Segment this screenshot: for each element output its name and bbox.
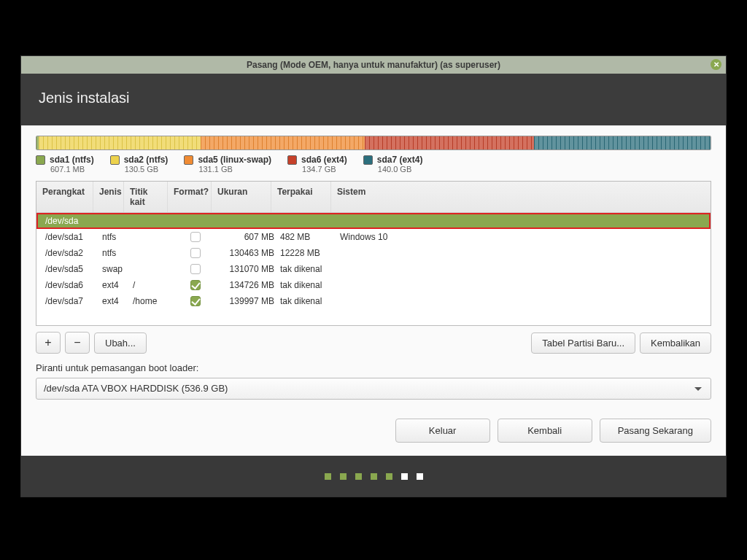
legend-size: 607.1 MB <box>50 165 94 174</box>
col-format[interactable]: Format? <box>168 182 212 212</box>
col-system[interactable]: Sistem <box>331 182 711 212</box>
revert-button[interactable]: Kembalikan <box>640 332 711 354</box>
legend-swatch <box>36 155 45 165</box>
format-checkbox[interactable] <box>190 232 201 242</box>
bootloader-device-dropdown[interactable]: /dev/sda ATA VBOX HARDDISK (536.9 GB) <box>36 378 711 400</box>
change-partition-button[interactable]: Ubah... <box>94 332 147 354</box>
progress-dot <box>355 473 362 480</box>
cell-used: tak dikenal <box>277 264 337 274</box>
cell-device: /dev/sda1 <box>42 232 99 242</box>
cell-type: swap <box>99 264 130 274</box>
progress-indicator <box>21 456 726 497</box>
legend-label: sda5 (linux-swap) <box>198 155 271 165</box>
usage-segment-sda2 <box>39 136 201 149</box>
table-row[interactable]: /dev/sda1ntfs607 MB482 MBWindows 10 <box>36 229 711 245</box>
col-used[interactable]: Terpakai <box>271 182 331 212</box>
legend-label: sda7 (ext4) <box>377 155 423 165</box>
window-titlebar[interactable]: Pasang (Mode OEM, hanya untuk manufaktur… <box>21 56 726 74</box>
usage-segment-sda7 <box>534 136 711 149</box>
table-body[interactable]: /dev/sda/dev/sda1ntfs607 MB482 MBWindows… <box>36 213 711 325</box>
legend-size: 134.7 GB <box>302 165 347 174</box>
cell-format <box>174 232 217 243</box>
cell-device: /dev/sda2 <box>42 248 99 258</box>
format-checkbox[interactable] <box>190 296 201 306</box>
legend-size: 131.1 GB <box>198 165 271 174</box>
legend-size: 140.0 GB <box>378 165 423 174</box>
format-checkbox[interactable] <box>190 248 201 258</box>
cell-type: ext4 <box>99 296 130 306</box>
cell-size: 130463 MB <box>217 248 277 258</box>
legend-item-sda2: sda2 (ntfs)130.5 GB <box>110 155 169 174</box>
progress-dot <box>386 473 392 480</box>
col-device[interactable]: Perangkat <box>36 182 93 212</box>
cell-size: 607 MB <box>217 232 277 242</box>
cell-device: /dev/sda7 <box>42 296 99 306</box>
content-area: sda1 (ntfs)607.1 MBsda2 (ntfs)130.5 GBsd… <box>21 125 726 456</box>
usage-segment-sda6 <box>365 136 534 149</box>
partition-usage-bar <box>36 136 711 150</box>
remove-partition-button[interactable]: − <box>65 332 90 354</box>
legend-swatch <box>110 155 120 165</box>
cell-format <box>174 296 217 307</box>
usage-segment-sda5 <box>201 136 365 149</box>
cell-mount: /home <box>130 296 174 306</box>
cell-system: Windows 10 <box>337 232 705 242</box>
partition-legend: sda1 (ntfs)607.1 MBsda2 (ntfs)130.5 GBsd… <box>36 155 711 174</box>
progress-dot <box>325 473 331 480</box>
legend-label: sda1 (ntfs) <box>50 155 94 165</box>
table-row[interactable]: /dev/sda2ntfs130463 MB12228 MB <box>36 245 711 261</box>
format-checkbox[interactable] <box>190 264 201 274</box>
legend-label: sda2 (ntfs) <box>124 155 169 165</box>
table-row[interactable]: /dev/sda7ext4/home139997 MBtak dikenal <box>36 293 711 309</box>
legend-swatch <box>184 155 193 165</box>
legend-size: 130.5 GB <box>125 165 169 174</box>
cell-format <box>174 264 217 275</box>
bootloader-device-value: /dev/sda ATA VBOX HARDDISK (536.9 GB) <box>44 383 228 394</box>
install-button[interactable]: Pasang Sekarang <box>600 419 711 443</box>
cell-size: 131070 MB <box>217 264 277 274</box>
progress-dot <box>417 473 423 480</box>
cell-used: 12228 MB <box>277 248 337 258</box>
table-row[interactable]: /dev/sda5swap131070 MBtak dikenal <box>36 261 711 277</box>
progress-dot <box>371 473 377 480</box>
progress-dot <box>340 473 347 480</box>
cell-type: ntfs <box>99 248 130 258</box>
close-icon[interactable]: ✕ <box>711 59 721 70</box>
cell-size: 134726 MB <box>217 280 277 290</box>
cell-type: ntfs <box>99 232 130 242</box>
legend-item-sda5: sda5 (linux-swap)131.1 GB <box>184 155 271 174</box>
new-partition-table-button[interactable]: Tabel Partisi Baru... <box>531 332 635 354</box>
partition-table: Perangkat Jenis Titik kait Format? Ukura… <box>36 181 711 326</box>
quit-button[interactable]: Keluar <box>395 419 490 443</box>
cell-device: /dev/sda <box>42 216 99 226</box>
cell-device: /dev/sda5 <box>42 264 99 274</box>
partition-action-bar: + − Ubah... Tabel Partisi Baru... Kembal… <box>36 332 711 354</box>
table-row[interactable]: /dev/sda6ext4/134726 MBtak dikenal <box>36 277 711 293</box>
table-row[interactable]: /dev/sda <box>36 213 711 229</box>
back-button[interactable]: Kembali <box>498 419 592 443</box>
cell-device: /dev/sda6 <box>42 280 99 290</box>
window-title: Pasang (Mode OEM, hanya untuk manufaktur… <box>247 60 500 70</box>
legend-swatch <box>363 155 373 165</box>
cell-format <box>174 280 217 291</box>
legend-swatch <box>287 155 297 165</box>
table-header: Perangkat Jenis Titik kait Format? Ukura… <box>36 182 711 213</box>
page-header: Jenis instalasi <box>21 74 726 125</box>
format-checkbox[interactable] <box>190 280 201 290</box>
legend-item-sda6: sda6 (ext4)134.7 GB <box>287 155 347 174</box>
col-size[interactable]: Ukuran <box>212 182 271 212</box>
cell-used: 482 MB <box>277 232 337 242</box>
legend-item-sda1: sda1 (ntfs)607.1 MB <box>36 155 94 174</box>
bootloader-label: Piranti untuk pemasangan boot loader: <box>36 362 711 373</box>
page-title: Jenis instalasi <box>39 90 130 106</box>
cell-type: ext4 <box>99 280 130 290</box>
progress-dot <box>401 473 408 480</box>
add-partition-button[interactable]: + <box>36 332 61 354</box>
col-type[interactable]: Jenis <box>93 182 124 212</box>
installer-window: Pasang (Mode OEM, hanya untuk manufaktur… <box>20 55 727 497</box>
cell-format <box>174 248 217 259</box>
col-mount[interactable]: Titik kait <box>124 182 168 212</box>
legend-label: sda6 (ext4) <box>301 155 347 165</box>
cell-used: tak dikenal <box>277 296 337 306</box>
wizard-button-bar: Keluar Kembali Pasang Sekarang <box>36 419 711 443</box>
